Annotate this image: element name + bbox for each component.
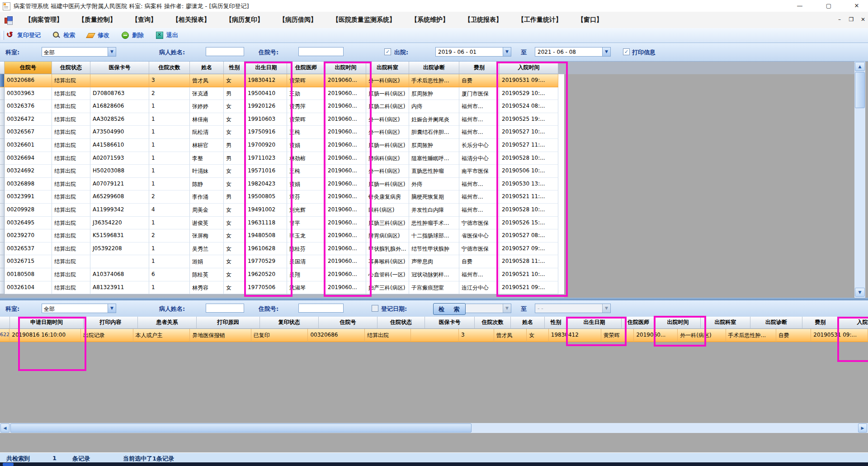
dept-combobox[interactable]: 全部 ▼ bbox=[42, 47, 116, 57]
row-indicator bbox=[0, 87, 5, 100]
table-row[interactable]: 00209928结算出院A119993424周美金女19491002刘光辉201… bbox=[0, 204, 564, 217]
table-row[interactable]: 00326376结算出院A168286061张婷婷女19920126黄秀萍201… bbox=[0, 100, 564, 113]
scroll-left-icon[interactable]: ◀ bbox=[0, 423, 9, 433]
bottom-column-header-17[interactable]: 入院时间 bbox=[839, 317, 868, 329]
table-row[interactable]: 00303963结算出院D708087632张克通男19500410王勋2019… bbox=[0, 87, 564, 100]
top-column-header-4[interactable]: 姓名 bbox=[190, 62, 224, 74]
scrollbar-thumb[interactable] bbox=[855, 72, 865, 108]
modify-button[interactable]: 修改 bbox=[87, 31, 109, 39]
scroll-down-icon[interactable]: ▼ bbox=[855, 288, 865, 297]
copy-register-button[interactable]: 复印登记 bbox=[6, 31, 41, 39]
table-row[interactable]: 00320686结算出院3曾才凤女19830412黄荣晖2019060...外一… bbox=[0, 74, 564, 87]
bottom-column-header-0[interactable]: 申请日期时间 bbox=[10, 317, 84, 329]
bottom-column-header-13[interactable]: 出院时间 bbox=[656, 317, 701, 329]
bottom-column-header-12[interactable]: 住院医师 bbox=[622, 317, 656, 329]
menu-item-7[interactable]: 【系统维护】 bbox=[411, 16, 449, 24]
bottom-column-header-9[interactable]: 姓名 bbox=[511, 317, 545, 329]
mdi-minimize-icon[interactable]: – bbox=[835, 15, 844, 24]
print-info-checkbox[interactable] bbox=[623, 48, 630, 55]
cell: 吴国清 bbox=[287, 255, 326, 268]
menu-item-9[interactable]: 【工作量统计】 bbox=[518, 16, 562, 24]
top-column-header-6[interactable]: 出生日期 bbox=[245, 62, 287, 74]
bottom-column-header-15[interactable]: 出院诊断 bbox=[750, 317, 802, 329]
bottom-column-header-8[interactable]: 住院次数 bbox=[475, 317, 511, 329]
scroll-right-icon[interactable]: ▶ bbox=[858, 423, 867, 433]
bottom-column-header-10[interactable]: 性别 bbox=[545, 317, 567, 329]
table-row[interactable]: 00323991结算出院A652996082李作涌男19500805章芬2019… bbox=[0, 190, 564, 204]
top-column-header-1[interactable]: 住院状态 bbox=[52, 62, 90, 74]
chevron-down-icon[interactable]: ▼ bbox=[108, 304, 116, 313]
bottom-column-header-1[interactable]: 打印内容 bbox=[84, 317, 138, 329]
table-row[interactable]: 00326495结算出院J363542201谢俊英女19631118甘平2019… bbox=[0, 217, 564, 230]
table-row[interactable]: 00326567结算出院A735049901阮松清女19750916王杶2019… bbox=[0, 126, 564, 139]
top-column-header-0[interactable]: 住院号 bbox=[5, 62, 52, 74]
top-column-header-10[interactable]: 出院诊断 bbox=[409, 62, 459, 74]
exit-button[interactable]: 退出 bbox=[156, 31, 178, 39]
dept-combobox[interactable]: 全部 ▼ bbox=[42, 304, 116, 313]
table-row[interactable]: 00326104结算出院A813239111林秀容女19770506沈淑琴201… bbox=[0, 281, 564, 295]
top-column-header-2[interactable]: 医保卡号 bbox=[90, 62, 149, 74]
top-column-header-5[interactable]: 性别 bbox=[224, 62, 245, 74]
menu-item-1[interactable]: 【质量控制】 bbox=[78, 16, 116, 24]
table-row[interactable]: 00326537结算出院J053922081吴秀兰女19610628陈桂芬201… bbox=[0, 243, 564, 256]
menu-item-10[interactable]: 【窗口】 bbox=[577, 16, 603, 24]
menu-item-2[interactable]: 【查询】 bbox=[132, 16, 157, 24]
bottom-column-header-16[interactable]: 费别 bbox=[802, 317, 839, 329]
horizontal-scrollbar[interactable]: ◀ ▶ bbox=[0, 423, 868, 433]
table-row[interactable]: 00326898结算出院A070791211陈静女19820423黄娟20190… bbox=[0, 178, 564, 191]
top-column-header-3[interactable]: 住院次数 bbox=[149, 62, 190, 74]
bottom-column-header-3[interactable]: 打印原因 bbox=[197, 317, 260, 329]
table-row[interactable]: 00326472结算出院AA30285261林佳南女19910603黄荣晖201… bbox=[0, 113, 564, 126]
chevron-down-icon[interactable]: ▼ bbox=[602, 48, 610, 56]
admission-no-input[interactable] bbox=[298, 304, 344, 313]
menu-item-3[interactable]: 【相关报表】 bbox=[172, 16, 210, 24]
patient-name-input[interactable] bbox=[206, 47, 244, 56]
scroll-up-icon[interactable]: ▲ bbox=[855, 62, 865, 71]
maximize-icon[interactable]: ▢ bbox=[818, 0, 839, 12]
table-row[interactable]: 00324692结算出院H502030881叶清妹女19571016王杶2019… bbox=[0, 165, 564, 178]
menu-item-5[interactable]: 【病历借阅】 bbox=[279, 16, 317, 24]
chevron-down-icon[interactable]: ▼ bbox=[503, 48, 511, 56]
table-row[interactable]: 00326715结算出院1游娟女19770529吴国清2019060...耳鼻喉… bbox=[0, 255, 564, 268]
close-icon[interactable]: ✕ bbox=[846, 0, 867, 12]
vertical-scrollbar[interactable]: ▲ ▼ bbox=[854, 62, 865, 298]
top-column-header-8[interactable]: 出院时间 bbox=[326, 62, 366, 74]
discharge-date-to[interactable]: 2021 - 06 - 08 ▼ bbox=[535, 47, 611, 57]
menu-item-4[interactable]: 【病历复印】 bbox=[226, 16, 264, 24]
table-row[interactable]: 00326601结算出院A415866101林耕官男19700920黄娟2019… bbox=[0, 139, 564, 152]
bottom-column-header-11[interactable]: 出生日期 bbox=[567, 317, 622, 329]
discharge-checkbox[interactable] bbox=[384, 48, 391, 55]
chevron-down-icon[interactable]: ▼ bbox=[108, 48, 116, 56]
scrollbar-thumb[interactable] bbox=[10, 423, 472, 433]
menu-item-8[interactable]: 【卫统报表】 bbox=[464, 16, 502, 24]
bottom-column-header-5[interactable]: 住院号 bbox=[319, 317, 377, 329]
top-column-header-12[interactable]: 入院时间 bbox=[500, 62, 558, 74]
mdi-close-icon[interactable]: ✕ bbox=[858, 15, 868, 24]
bottom-column-header-2[interactable]: 患者关系 bbox=[138, 317, 197, 329]
discharge-date-from[interactable]: 2019 - 06 - 01 ▼ bbox=[435, 47, 511, 57]
menu-item-0[interactable]: 【病案管理】 bbox=[25, 16, 63, 24]
delete-button[interactable]: 删除 bbox=[121, 31, 144, 39]
bottom-column-header-4[interactable]: 复印状态 bbox=[260, 317, 319, 329]
admission-no-input[interactable] bbox=[298, 47, 344, 56]
bottom-column-header-6[interactable]: 住院状态 bbox=[377, 317, 425, 329]
search-button[interactable]: 检索 bbox=[52, 31, 75, 39]
cell: 4 bbox=[149, 204, 190, 217]
title-bar: 病案管理系统 福建中医药大学附属人民医院 科室: 病案科 操作者: 廖潇龙 - … bbox=[0, 0, 868, 12]
bottom-column-header-7[interactable]: 医保卡号 bbox=[425, 317, 475, 329]
register-date-checkbox[interactable] bbox=[372, 305, 378, 312]
menu-item-6[interactable]: 【医院质量监测系统】 bbox=[332, 16, 396, 24]
table-row[interactable]: 00326694结算出院A020715931李整男19711023林劲榕2019… bbox=[0, 152, 564, 165]
bottom-column-header-14[interactable]: 出院科室 bbox=[701, 317, 750, 329]
top-column-header-7[interactable]: 住院医师 bbox=[287, 62, 326, 74]
patient-name-input[interactable] bbox=[206, 304, 244, 313]
top-column-header-9[interactable]: 出院科室 bbox=[366, 62, 409, 74]
table-row[interactable]: 00239270结算出院K515968312张屏梅女19480508李玉龙201… bbox=[0, 229, 564, 243]
search-button[interactable]: 检 索 bbox=[433, 303, 466, 315]
mdi-restore-icon[interactable]: ❐ bbox=[846, 15, 856, 24]
menu-items: 【病案管理】【质量控制】【查询】【相关报表】【病历复印】【病历借阅】【医院质量监… bbox=[25, 12, 603, 28]
top-column-header-11[interactable]: 费别 bbox=[459, 62, 500, 74]
table-row[interactable]: 62220190816 16:10:00出院记录本人或户主异地医保报销已复印00… bbox=[0, 329, 868, 342]
table-row[interactable]: 00180508结算出院A103740686陈桂英女19620520吴翔2019… bbox=[0, 268, 564, 281]
minimize-icon[interactable]: — bbox=[789, 0, 810, 12]
